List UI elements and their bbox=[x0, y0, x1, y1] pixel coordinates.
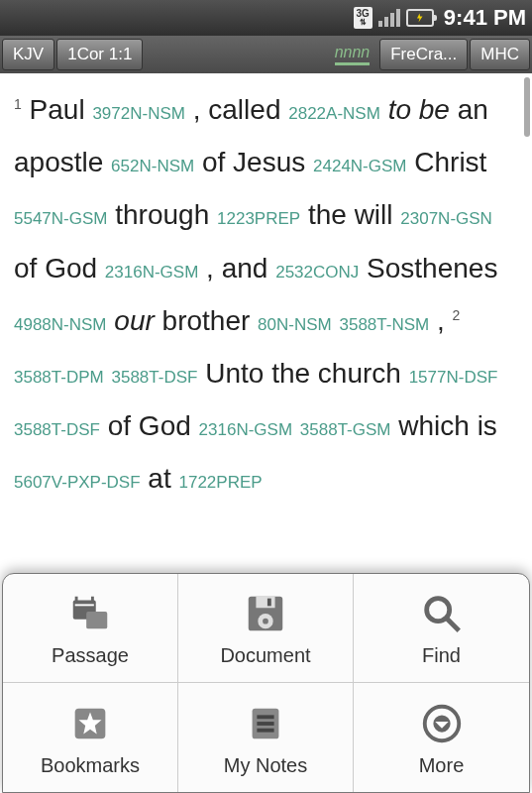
word: through bbox=[115, 199, 209, 230]
punct: , bbox=[193, 94, 201, 125]
passage-content[interactable]: 1 Paul 3972N-NSM , called 2822A-NSM to b… bbox=[0, 73, 532, 589]
menu-label: Bookmarks bbox=[41, 754, 140, 777]
menu-find[interactable]: Find bbox=[354, 574, 529, 683]
svg-rect-1 bbox=[75, 597, 78, 603]
search-icon bbox=[417, 589, 467, 638]
toolbar: KJV 1Cor 1:1 nnnn FreCra... MHC bbox=[0, 36, 532, 73]
strongs-code[interactable]: 2532CONJ bbox=[275, 263, 359, 282]
strongs-code[interactable]: 5607V-PXP-DSF bbox=[14, 473, 141, 492]
strongs-code[interactable]: 3588T-GSM bbox=[300, 420, 391, 439]
strongs-code[interactable]: 3588T-DSF bbox=[14, 420, 100, 439]
word: at bbox=[148, 463, 170, 494]
menu-label: Document bbox=[220, 644, 310, 667]
word: called bbox=[208, 94, 280, 125]
word: which is bbox=[398, 410, 497, 441]
signal-icon bbox=[378, 9, 400, 27]
notes-icon bbox=[241, 699, 290, 748]
strongs-code[interactable]: 3588T-NSM bbox=[339, 315, 429, 334]
strongs-code[interactable]: 2307N-GSN bbox=[400, 209, 492, 228]
svg-rect-14 bbox=[257, 715, 273, 719]
strongs-code[interactable]: 2316N-GSM bbox=[105, 263, 198, 282]
word: of God bbox=[108, 410, 191, 441]
svg-rect-3 bbox=[86, 612, 107, 628]
word: of God bbox=[14, 253, 97, 283]
calendar-icon bbox=[65, 589, 115, 638]
tab-mhc[interactable]: MHC bbox=[470, 39, 530, 70]
word: Paul bbox=[30, 94, 85, 125]
menu-mynotes[interactable]: My Notes bbox=[178, 683, 354, 792]
network-3g-icon: 3G ⇅ bbox=[354, 7, 372, 29]
strongs-code[interactable]: 2822A-NSM bbox=[288, 104, 380, 123]
svg-rect-16 bbox=[257, 728, 273, 732]
reference-button[interactable]: 1Cor 1:1 bbox=[56, 39, 143, 70]
menu-bookmarks[interactable]: Bookmarks bbox=[3, 683, 178, 792]
word: Sosthenes bbox=[367, 253, 497, 283]
word: Unto the church bbox=[205, 358, 401, 389]
strongs-code[interactable]: 80N-NSM bbox=[258, 315, 332, 334]
verse-number: 2 bbox=[453, 306, 461, 322]
menu-document[interactable]: Document bbox=[178, 574, 354, 683]
svg-rect-6 bbox=[256, 597, 274, 609]
menu-label: More bbox=[419, 754, 465, 777]
punct: , bbox=[437, 305, 445, 336]
svg-point-10 bbox=[426, 599, 449, 622]
menu-passage[interactable]: Passage bbox=[3, 574, 178, 683]
strongs-code[interactable]: 2316N-GSM bbox=[199, 420, 292, 439]
punct: , bbox=[206, 253, 214, 283]
svg-line-11 bbox=[446, 619, 458, 630]
strongs-code[interactable]: 3588T-DSF bbox=[111, 368, 197, 387]
strongs-code[interactable]: 1223PREP bbox=[217, 209, 300, 228]
menu-panel: Passage Document Find Bookmarks My Notes… bbox=[2, 573, 530, 793]
menu-label: Passage bbox=[52, 644, 129, 667]
strongs-code[interactable]: 652N-NSM bbox=[111, 157, 194, 175]
svg-point-9 bbox=[263, 619, 268, 624]
strongs-code[interactable]: 3588T-DPM bbox=[14, 368, 104, 387]
tab-frecra[interactable]: FreCra... bbox=[379, 39, 468, 70]
status-bar: 3G ⇅ 9:41 PM bbox=[0, 0, 532, 36]
svg-rect-7 bbox=[267, 599, 271, 607]
star-icon bbox=[65, 699, 115, 748]
word: the will bbox=[308, 199, 393, 230]
menu-label: My Notes bbox=[224, 754, 307, 777]
svg-rect-15 bbox=[257, 722, 273, 726]
verse-number: 1 bbox=[14, 96, 22, 112]
word: brother bbox=[162, 305, 251, 336]
word: and bbox=[222, 253, 268, 283]
strongs-code[interactable]: 5547N-GSM bbox=[14, 209, 107, 228]
strongs-code[interactable]: 1722PREP bbox=[178, 473, 262, 492]
battery-icon bbox=[406, 9, 434, 27]
strongs-code[interactable]: 2424N-GSM bbox=[313, 157, 406, 175]
version-button[interactable]: KJV bbox=[2, 39, 54, 70]
clock: 9:41 PM bbox=[444, 5, 526, 31]
word: Christ bbox=[414, 147, 486, 177]
strongs-code[interactable]: 3972N-NSM bbox=[92, 104, 185, 123]
word-italic: our bbox=[114, 305, 154, 336]
svg-rect-2 bbox=[91, 597, 94, 603]
floppy-icon bbox=[241, 589, 290, 638]
menu-more[interactable]: More bbox=[354, 683, 529, 792]
word: of Jesus bbox=[202, 147, 305, 177]
menu-label: Find bbox=[422, 644, 461, 667]
word-italic: to be bbox=[388, 94, 450, 125]
strongs-code[interactable]: 4988N-NSM bbox=[14, 315, 107, 334]
nnnn-tab[interactable]: nnnn bbox=[335, 44, 371, 65]
svg-rect-4 bbox=[75, 604, 94, 606]
more-icon bbox=[417, 699, 467, 748]
scrollbar[interactable] bbox=[524, 77, 530, 137]
strongs-code[interactable]: 1577N-DSF bbox=[409, 368, 498, 387]
